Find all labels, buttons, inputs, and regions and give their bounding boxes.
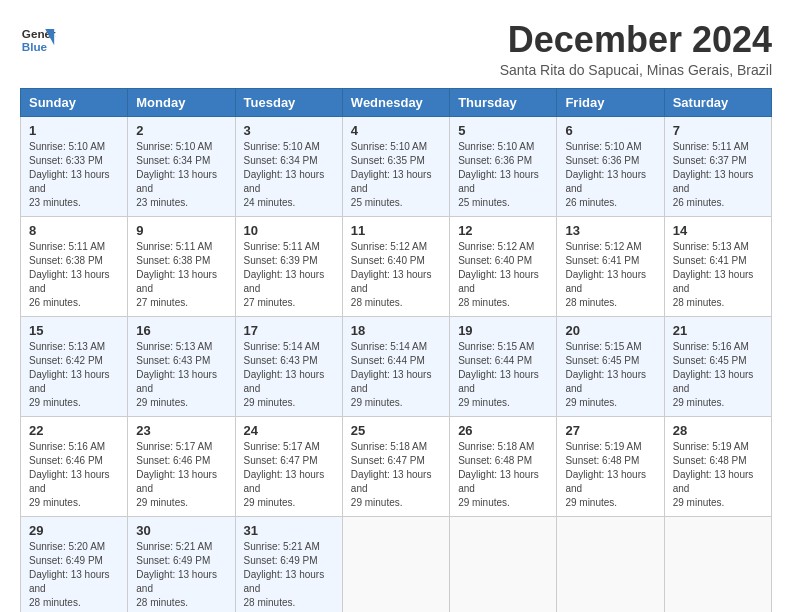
calendar-cell: 11Sunrise: 5:12 AMSunset: 6:40 PMDayligh…	[342, 216, 449, 316]
calendar-cell: 6Sunrise: 5:10 AMSunset: 6:36 PMDaylight…	[557, 116, 664, 216]
week-row-3: 15Sunrise: 5:13 AMSunset: 6:42 PMDayligh…	[21, 316, 772, 416]
day-info: Sunrise: 5:13 AMSunset: 6:43 PMDaylight:…	[136, 341, 217, 408]
calendar-cell: 3Sunrise: 5:10 AMSunset: 6:34 PMDaylight…	[235, 116, 342, 216]
day-number: 17	[244, 323, 334, 338]
calendar-cell: 13Sunrise: 5:12 AMSunset: 6:41 PMDayligh…	[557, 216, 664, 316]
week-row-1: 1Sunrise: 5:10 AMSunset: 6:33 PMDaylight…	[21, 116, 772, 216]
day-number: 26	[458, 423, 548, 438]
day-info: Sunrise: 5:15 AMSunset: 6:44 PMDaylight:…	[458, 341, 539, 408]
logo-icon: General Blue	[20, 20, 56, 56]
day-info: Sunrise: 5:10 AMSunset: 6:34 PMDaylight:…	[244, 141, 325, 208]
calendar-cell: 15Sunrise: 5:13 AMSunset: 6:42 PMDayligh…	[21, 316, 128, 416]
weekday-header-sunday: Sunday	[21, 88, 128, 116]
day-number: 9	[136, 223, 226, 238]
day-number: 30	[136, 523, 226, 538]
day-info: Sunrise: 5:10 AMSunset: 6:36 PMDaylight:…	[565, 141, 646, 208]
calendar-cell	[557, 516, 664, 612]
day-number: 28	[673, 423, 763, 438]
day-number: 23	[136, 423, 226, 438]
day-number: 15	[29, 323, 119, 338]
calendar-cell	[342, 516, 449, 612]
day-info: Sunrise: 5:11 AMSunset: 6:37 PMDaylight:…	[673, 141, 754, 208]
day-info: Sunrise: 5:21 AMSunset: 6:49 PMDaylight:…	[244, 541, 325, 608]
location-subtitle: Santa Rita do Sapucai, Minas Gerais, Bra…	[500, 62, 772, 78]
day-info: Sunrise: 5:18 AMSunset: 6:47 PMDaylight:…	[351, 441, 432, 508]
day-info: Sunrise: 5:14 AMSunset: 6:44 PMDaylight:…	[351, 341, 432, 408]
day-number: 21	[673, 323, 763, 338]
week-row-2: 8Sunrise: 5:11 AMSunset: 6:38 PMDaylight…	[21, 216, 772, 316]
day-number: 11	[351, 223, 441, 238]
calendar-cell: 24Sunrise: 5:17 AMSunset: 6:47 PMDayligh…	[235, 416, 342, 516]
calendar-cell: 19Sunrise: 5:15 AMSunset: 6:44 PMDayligh…	[450, 316, 557, 416]
weekday-header-friday: Friday	[557, 88, 664, 116]
day-number: 2	[136, 123, 226, 138]
calendar-cell: 12Sunrise: 5:12 AMSunset: 6:40 PMDayligh…	[450, 216, 557, 316]
day-info: Sunrise: 5:14 AMSunset: 6:43 PMDaylight:…	[244, 341, 325, 408]
weekday-header-wednesday: Wednesday	[342, 88, 449, 116]
calendar-cell: 9Sunrise: 5:11 AMSunset: 6:38 PMDaylight…	[128, 216, 235, 316]
calendar-cell	[664, 516, 771, 612]
calendar-cell: 1Sunrise: 5:10 AMSunset: 6:33 PMDaylight…	[21, 116, 128, 216]
day-info: Sunrise: 5:19 AMSunset: 6:48 PMDaylight:…	[565, 441, 646, 508]
day-info: Sunrise: 5:12 AMSunset: 6:40 PMDaylight:…	[458, 241, 539, 308]
calendar-cell: 18Sunrise: 5:14 AMSunset: 6:44 PMDayligh…	[342, 316, 449, 416]
day-number: 24	[244, 423, 334, 438]
day-info: Sunrise: 5:16 AMSunset: 6:46 PMDaylight:…	[29, 441, 110, 508]
calendar-cell: 2Sunrise: 5:10 AMSunset: 6:34 PMDaylight…	[128, 116, 235, 216]
calendar-cell: 21Sunrise: 5:16 AMSunset: 6:45 PMDayligh…	[664, 316, 771, 416]
week-row-5: 29Sunrise: 5:20 AMSunset: 6:49 PMDayligh…	[21, 516, 772, 612]
day-info: Sunrise: 5:17 AMSunset: 6:46 PMDaylight:…	[136, 441, 217, 508]
day-number: 13	[565, 223, 655, 238]
day-number: 8	[29, 223, 119, 238]
svg-text:Blue: Blue	[22, 40, 48, 53]
calendar-cell: 29Sunrise: 5:20 AMSunset: 6:49 PMDayligh…	[21, 516, 128, 612]
calendar-cell: 10Sunrise: 5:11 AMSunset: 6:39 PMDayligh…	[235, 216, 342, 316]
day-info: Sunrise: 5:12 AMSunset: 6:41 PMDaylight:…	[565, 241, 646, 308]
day-number: 16	[136, 323, 226, 338]
day-number: 1	[29, 123, 119, 138]
day-number: 14	[673, 223, 763, 238]
calendar-cell: 28Sunrise: 5:19 AMSunset: 6:48 PMDayligh…	[664, 416, 771, 516]
calendar-cell: 31Sunrise: 5:21 AMSunset: 6:49 PMDayligh…	[235, 516, 342, 612]
day-info: Sunrise: 5:17 AMSunset: 6:47 PMDaylight:…	[244, 441, 325, 508]
calendar-table: SundayMondayTuesdayWednesdayThursdayFrid…	[20, 88, 772, 612]
weekday-header-row: SundayMondayTuesdayWednesdayThursdayFrid…	[21, 88, 772, 116]
day-number: 10	[244, 223, 334, 238]
day-number: 7	[673, 123, 763, 138]
day-number: 12	[458, 223, 548, 238]
day-number: 5	[458, 123, 548, 138]
calendar-cell: 4Sunrise: 5:10 AMSunset: 6:35 PMDaylight…	[342, 116, 449, 216]
week-row-4: 22Sunrise: 5:16 AMSunset: 6:46 PMDayligh…	[21, 416, 772, 516]
calendar-header: SundayMondayTuesdayWednesdayThursdayFrid…	[21, 88, 772, 116]
calendar-cell: 16Sunrise: 5:13 AMSunset: 6:43 PMDayligh…	[128, 316, 235, 416]
calendar-cell	[450, 516, 557, 612]
day-info: Sunrise: 5:12 AMSunset: 6:40 PMDaylight:…	[351, 241, 432, 308]
day-number: 3	[244, 123, 334, 138]
day-info: Sunrise: 5:10 AMSunset: 6:33 PMDaylight:…	[29, 141, 110, 208]
day-number: 20	[565, 323, 655, 338]
day-number: 22	[29, 423, 119, 438]
title-block: December 2024 Santa Rita do Sapucai, Min…	[500, 20, 772, 78]
calendar-cell: 22Sunrise: 5:16 AMSunset: 6:46 PMDayligh…	[21, 416, 128, 516]
day-number: 27	[565, 423, 655, 438]
weekday-header-thursday: Thursday	[450, 88, 557, 116]
day-number: 6	[565, 123, 655, 138]
calendar-cell: 26Sunrise: 5:18 AMSunset: 6:48 PMDayligh…	[450, 416, 557, 516]
day-info: Sunrise: 5:15 AMSunset: 6:45 PMDaylight:…	[565, 341, 646, 408]
day-number: 19	[458, 323, 548, 338]
day-info: Sunrise: 5:11 AMSunset: 6:38 PMDaylight:…	[29, 241, 110, 308]
day-info: Sunrise: 5:10 AMSunset: 6:36 PMDaylight:…	[458, 141, 539, 208]
calendar-cell: 25Sunrise: 5:18 AMSunset: 6:47 PMDayligh…	[342, 416, 449, 516]
calendar-cell: 17Sunrise: 5:14 AMSunset: 6:43 PMDayligh…	[235, 316, 342, 416]
calendar-cell: 14Sunrise: 5:13 AMSunset: 6:41 PMDayligh…	[664, 216, 771, 316]
calendar-cell: 5Sunrise: 5:10 AMSunset: 6:36 PMDaylight…	[450, 116, 557, 216]
calendar-cell: 20Sunrise: 5:15 AMSunset: 6:45 PMDayligh…	[557, 316, 664, 416]
day-number: 29	[29, 523, 119, 538]
day-info: Sunrise: 5:10 AMSunset: 6:35 PMDaylight:…	[351, 141, 432, 208]
day-number: 31	[244, 523, 334, 538]
weekday-header-monday: Monday	[128, 88, 235, 116]
day-number: 4	[351, 123, 441, 138]
calendar-cell: 30Sunrise: 5:21 AMSunset: 6:49 PMDayligh…	[128, 516, 235, 612]
day-info: Sunrise: 5:18 AMSunset: 6:48 PMDaylight:…	[458, 441, 539, 508]
page-header: General Blue December 2024 Santa Rita do…	[20, 20, 772, 78]
